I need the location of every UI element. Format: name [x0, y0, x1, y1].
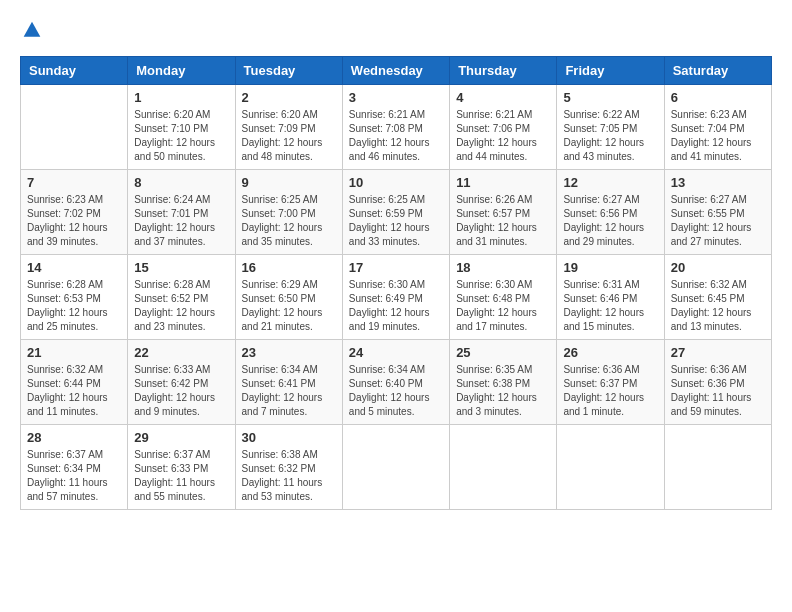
day-info: Sunrise: 6:32 AM Sunset: 6:44 PM Dayligh…: [27, 363, 121, 419]
calendar-cell: 16Sunrise: 6:29 AM Sunset: 6:50 PM Dayli…: [235, 255, 342, 340]
day-number: 8: [134, 175, 228, 190]
day-info: Sunrise: 6:29 AM Sunset: 6:50 PM Dayligh…: [242, 278, 336, 334]
day-info: Sunrise: 6:35 AM Sunset: 6:38 PM Dayligh…: [456, 363, 550, 419]
day-info: Sunrise: 6:30 AM Sunset: 6:49 PM Dayligh…: [349, 278, 443, 334]
calendar-header-row: SundayMondayTuesdayWednesdayThursdayFrid…: [21, 57, 772, 85]
day-info: Sunrise: 6:28 AM Sunset: 6:52 PM Dayligh…: [134, 278, 228, 334]
day-info: Sunrise: 6:31 AM Sunset: 6:46 PM Dayligh…: [563, 278, 657, 334]
calendar-week-5: 28Sunrise: 6:37 AM Sunset: 6:34 PM Dayli…: [21, 425, 772, 510]
day-number: 29: [134, 430, 228, 445]
day-number: 9: [242, 175, 336, 190]
day-info: Sunrise: 6:23 AM Sunset: 7:02 PM Dayligh…: [27, 193, 121, 249]
calendar-cell: 21Sunrise: 6:32 AM Sunset: 6:44 PM Dayli…: [21, 340, 128, 425]
day-info: Sunrise: 6:32 AM Sunset: 6:45 PM Dayligh…: [671, 278, 765, 334]
calendar-cell: 14Sunrise: 6:28 AM Sunset: 6:53 PM Dayli…: [21, 255, 128, 340]
weekday-header-wednesday: Wednesday: [342, 57, 449, 85]
day-number: 11: [456, 175, 550, 190]
calendar-cell: 25Sunrise: 6:35 AM Sunset: 6:38 PM Dayli…: [450, 340, 557, 425]
calendar-cell: 7Sunrise: 6:23 AM Sunset: 7:02 PM Daylig…: [21, 170, 128, 255]
calendar-cell: [342, 425, 449, 510]
day-info: Sunrise: 6:22 AM Sunset: 7:05 PM Dayligh…: [563, 108, 657, 164]
day-info: Sunrise: 6:20 AM Sunset: 7:09 PM Dayligh…: [242, 108, 336, 164]
day-number: 23: [242, 345, 336, 360]
day-info: Sunrise: 6:37 AM Sunset: 6:34 PM Dayligh…: [27, 448, 121, 504]
day-number: 10: [349, 175, 443, 190]
calendar-cell: 4Sunrise: 6:21 AM Sunset: 7:06 PM Daylig…: [450, 85, 557, 170]
calendar-cell: [450, 425, 557, 510]
day-number: 1: [134, 90, 228, 105]
day-info: Sunrise: 6:24 AM Sunset: 7:01 PM Dayligh…: [134, 193, 228, 249]
calendar-cell: 18Sunrise: 6:30 AM Sunset: 6:48 PM Dayli…: [450, 255, 557, 340]
calendar-cell: 17Sunrise: 6:30 AM Sunset: 6:49 PM Dayli…: [342, 255, 449, 340]
calendar-cell: 11Sunrise: 6:26 AM Sunset: 6:57 PM Dayli…: [450, 170, 557, 255]
day-info: Sunrise: 6:20 AM Sunset: 7:10 PM Dayligh…: [134, 108, 228, 164]
svg-marker-0: [24, 22, 41, 37]
calendar-cell: 28Sunrise: 6:37 AM Sunset: 6:34 PM Dayli…: [21, 425, 128, 510]
day-number: 25: [456, 345, 550, 360]
weekday-header-saturday: Saturday: [664, 57, 771, 85]
calendar-cell: [21, 85, 128, 170]
day-info: Sunrise: 6:33 AM Sunset: 6:42 PM Dayligh…: [134, 363, 228, 419]
day-number: 24: [349, 345, 443, 360]
day-number: 17: [349, 260, 443, 275]
day-number: 12: [563, 175, 657, 190]
calendar-cell: 23Sunrise: 6:34 AM Sunset: 6:41 PM Dayli…: [235, 340, 342, 425]
day-number: 15: [134, 260, 228, 275]
day-info: Sunrise: 6:21 AM Sunset: 7:06 PM Dayligh…: [456, 108, 550, 164]
day-number: 21: [27, 345, 121, 360]
weekday-header-monday: Monday: [128, 57, 235, 85]
calendar-cell: 19Sunrise: 6:31 AM Sunset: 6:46 PM Dayli…: [557, 255, 664, 340]
day-number: 22: [134, 345, 228, 360]
day-number: 5: [563, 90, 657, 105]
day-info: Sunrise: 6:25 AM Sunset: 7:00 PM Dayligh…: [242, 193, 336, 249]
calendar-cell: 30Sunrise: 6:38 AM Sunset: 6:32 PM Dayli…: [235, 425, 342, 510]
day-number: 7: [27, 175, 121, 190]
weekday-header-thursday: Thursday: [450, 57, 557, 85]
calendar-cell: 6Sunrise: 6:23 AM Sunset: 7:04 PM Daylig…: [664, 85, 771, 170]
day-number: 6: [671, 90, 765, 105]
logo: [20, 20, 42, 40]
calendar-cell: 8Sunrise: 6:24 AM Sunset: 7:01 PM Daylig…: [128, 170, 235, 255]
calendar-week-2: 7Sunrise: 6:23 AM Sunset: 7:02 PM Daylig…: [21, 170, 772, 255]
day-number: 4: [456, 90, 550, 105]
calendar-cell: 26Sunrise: 6:36 AM Sunset: 6:37 PM Dayli…: [557, 340, 664, 425]
calendar-cell: 24Sunrise: 6:34 AM Sunset: 6:40 PM Dayli…: [342, 340, 449, 425]
day-info: Sunrise: 6:36 AM Sunset: 6:37 PM Dayligh…: [563, 363, 657, 419]
calendar-cell: 29Sunrise: 6:37 AM Sunset: 6:33 PM Dayli…: [128, 425, 235, 510]
day-info: Sunrise: 6:34 AM Sunset: 6:40 PM Dayligh…: [349, 363, 443, 419]
calendar-cell: 22Sunrise: 6:33 AM Sunset: 6:42 PM Dayli…: [128, 340, 235, 425]
day-info: Sunrise: 6:36 AM Sunset: 6:36 PM Dayligh…: [671, 363, 765, 419]
calendar-week-3: 14Sunrise: 6:28 AM Sunset: 6:53 PM Dayli…: [21, 255, 772, 340]
day-number: 30: [242, 430, 336, 445]
day-info: Sunrise: 6:28 AM Sunset: 6:53 PM Dayligh…: [27, 278, 121, 334]
day-number: 26: [563, 345, 657, 360]
calendar-cell: 27Sunrise: 6:36 AM Sunset: 6:36 PM Dayli…: [664, 340, 771, 425]
calendar-cell: 15Sunrise: 6:28 AM Sunset: 6:52 PM Dayli…: [128, 255, 235, 340]
calendar-cell: 3Sunrise: 6:21 AM Sunset: 7:08 PM Daylig…: [342, 85, 449, 170]
weekday-header-tuesday: Tuesday: [235, 57, 342, 85]
calendar-cell: 20Sunrise: 6:32 AM Sunset: 6:45 PM Dayli…: [664, 255, 771, 340]
calendar-week-4: 21Sunrise: 6:32 AM Sunset: 6:44 PM Dayli…: [21, 340, 772, 425]
day-number: 28: [27, 430, 121, 445]
weekday-header-friday: Friday: [557, 57, 664, 85]
day-info: Sunrise: 6:34 AM Sunset: 6:41 PM Dayligh…: [242, 363, 336, 419]
calendar-cell: 12Sunrise: 6:27 AM Sunset: 6:56 PM Dayli…: [557, 170, 664, 255]
logo-icon: [22, 20, 42, 40]
day-number: 2: [242, 90, 336, 105]
day-number: 20: [671, 260, 765, 275]
calendar-cell: [664, 425, 771, 510]
day-number: 16: [242, 260, 336, 275]
day-info: Sunrise: 6:30 AM Sunset: 6:48 PM Dayligh…: [456, 278, 550, 334]
calendar-week-1: 1Sunrise: 6:20 AM Sunset: 7:10 PM Daylig…: [21, 85, 772, 170]
day-info: Sunrise: 6:38 AM Sunset: 6:32 PM Dayligh…: [242, 448, 336, 504]
day-info: Sunrise: 6:27 AM Sunset: 6:56 PM Dayligh…: [563, 193, 657, 249]
calendar-cell: [557, 425, 664, 510]
weekday-header-sunday: Sunday: [21, 57, 128, 85]
calendar-cell: 1Sunrise: 6:20 AM Sunset: 7:10 PM Daylig…: [128, 85, 235, 170]
day-number: 14: [27, 260, 121, 275]
calendar-cell: 13Sunrise: 6:27 AM Sunset: 6:55 PM Dayli…: [664, 170, 771, 255]
day-info: Sunrise: 6:23 AM Sunset: 7:04 PM Dayligh…: [671, 108, 765, 164]
day-info: Sunrise: 6:25 AM Sunset: 6:59 PM Dayligh…: [349, 193, 443, 249]
calendar-cell: 2Sunrise: 6:20 AM Sunset: 7:09 PM Daylig…: [235, 85, 342, 170]
calendar-cell: 5Sunrise: 6:22 AM Sunset: 7:05 PM Daylig…: [557, 85, 664, 170]
